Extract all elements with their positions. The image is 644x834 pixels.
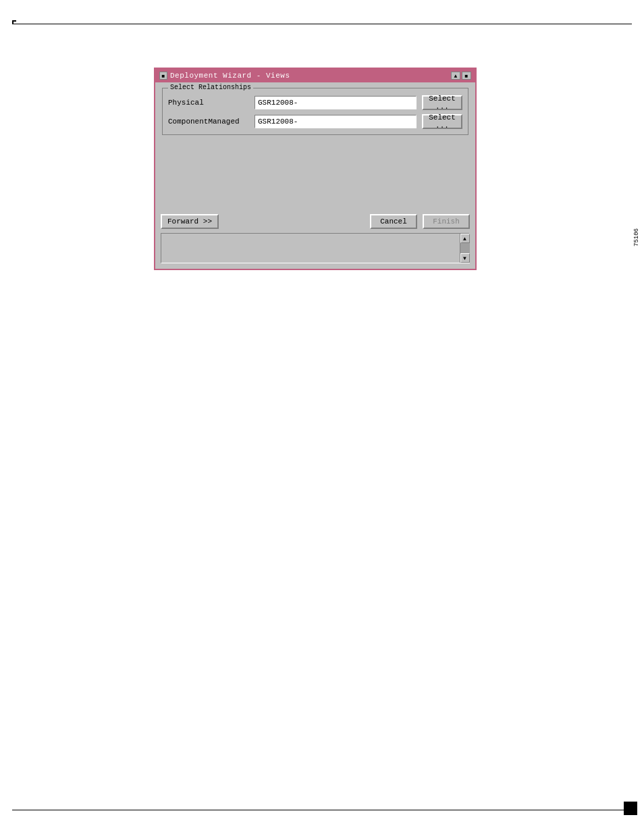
dialog-spacer — [162, 139, 468, 205]
log-area: ▲ ▼ — [161, 233, 470, 263]
maximize-button[interactable]: ■ — [462, 72, 471, 80]
button-bar: Forward >> Cancel Finish — [155, 210, 475, 233]
physical-row: Physical Select ... — [168, 95, 462, 110]
title-bar-controls: ▲ ■ — [451, 72, 471, 80]
log-scrollbar: ▲ ▼ — [460, 234, 469, 263]
component-managed-select-button[interactable]: Select ... — [422, 114, 462, 129]
figure-label: 75106 — [633, 228, 640, 246]
cancel-button[interactable]: Cancel — [370, 214, 417, 229]
dialog-icon[interactable]: ■ — [159, 72, 167, 80]
group-legend: Select Relationships — [168, 84, 253, 91]
component-managed-row: ComponentManaged Select ... — [168, 114, 462, 129]
group-content: Physical Select ... ComponentManaged Sel… — [168, 95, 462, 129]
select-relationships-group: Select Relationships Physical Select ...… — [162, 88, 468, 135]
component-managed-label: ComponentManaged — [168, 118, 249, 126]
corner-mark-bottom-right — [624, 802, 637, 815]
scroll-up-arrow[interactable]: ▲ — [460, 234, 470, 243]
page-border-top — [12, 24, 632, 24]
finish-button[interactable]: Finish — [423, 214, 470, 229]
page-border-bottom — [12, 810, 632, 810]
scroll-down-arrow[interactable]: ▼ — [460, 253, 470, 263]
physical-select-button[interactable]: Select ... — [422, 95, 462, 110]
title-bar-left: ■ Deployment Wizard - Views — [159, 72, 290, 80]
physical-input[interactable] — [254, 96, 417, 109]
deployment-wizard-dialog: ■ Deployment Wizard - Views ▲ ■ Select R… — [154, 68, 477, 270]
title-bar: ■ Deployment Wizard - Views ▲ ■ — [155, 69, 475, 82]
dialog-content: Select Relationships Physical Select ...… — [155, 82, 475, 210]
corner-mark-top-left — [12, 20, 16, 24]
physical-label: Physical — [168, 99, 249, 107]
component-managed-input[interactable] — [254, 115, 417, 128]
dialog-title: Deployment Wizard - Views — [170, 72, 290, 80]
forward-button[interactable]: Forward >> — [161, 214, 219, 229]
minimize-button[interactable]: ▲ — [451, 72, 460, 80]
scroll-track — [460, 243, 470, 253]
